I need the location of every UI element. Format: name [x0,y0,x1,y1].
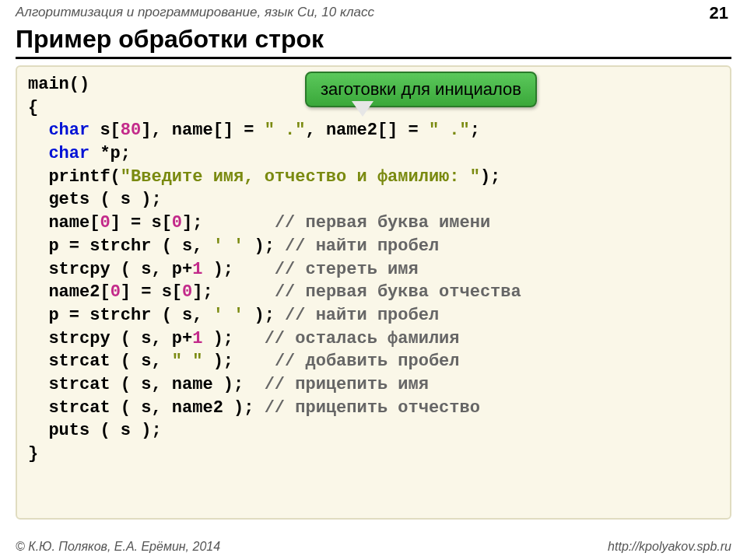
code-line: } [28,444,38,464]
page-number: 21 [710,3,728,23]
url: http://kpolyakov.spb.ru [608,540,731,554]
slide-title: Пример обработки строк [16,25,731,59]
course-header: Алгоритмизация и программирование, язык … [0,0,747,23]
footer: © К.Ю. Поляков, Е.А. Ерёмин, 2014 http:/… [16,540,731,554]
code-line: gets ( s ); [28,190,162,209]
code-line: puts ( s ); [28,421,162,440]
code-line: main() [28,75,89,94]
copyright: © К.Ю. Поляков, Е.А. Ерёмин, 2014 [16,540,220,553]
code-line: { [28,98,38,117]
callout-pointer [352,101,374,117]
code-block: main() { char s[80], name[] = " .", name… [16,65,731,520]
callout-label: заготовки для инициалов [305,72,537,107]
